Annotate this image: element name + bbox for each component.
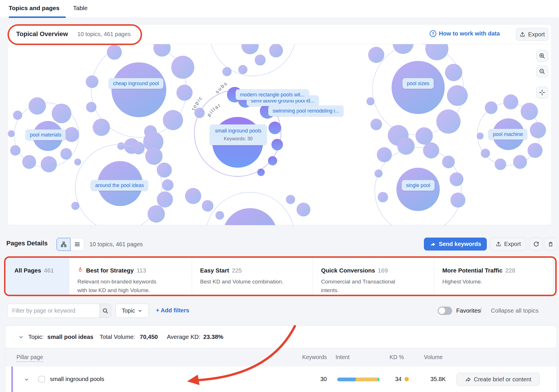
topic-filter-dropdown[interactable]: Topic (115, 304, 149, 318)
row-keywords-value: 30 (298, 376, 327, 382)
tab-more-potential-traffic[interactable]: More Potential Traffic228 Highest Volume… (434, 258, 553, 295)
intent-segment-informational (337, 378, 356, 381)
cluster-cheap-inground-pool[interactable] (86, 44, 205, 154)
favorites-toggle[interactable] (438, 307, 452, 315)
send-arrow-icon (465, 376, 471, 382)
zoom-in-icon (539, 53, 545, 59)
bubble-label-cheap-inground-pool[interactable]: cheap inground pool (109, 78, 163, 89)
search-button[interactable] (99, 304, 111, 318)
bubble-map-svg: subs topic pillar (8, 44, 551, 225)
pillar-bubble-keywords: Keywords: 30 (215, 135, 262, 143)
send-keywords-button[interactable]: Send keywords (424, 238, 487, 251)
tab-bfs-label: Best for Strategy (86, 267, 134, 274)
create-brief-button[interactable]: Create brief or content (456, 373, 540, 386)
row-chevron-down-icon[interactable] (24, 377, 29, 382)
toggle-knob (439, 307, 445, 314)
favorites-label: Favorites (456, 307, 480, 314)
tab-bfs-desc1: Relevant non-branded keywords (77, 279, 156, 285)
row-page-name[interactable]: small inground pools (50, 376, 104, 382)
pages-details-summary: 10 topics, 461 pages (90, 241, 143, 248)
filter-search-box (7, 304, 111, 318)
ring-label-subs: subs (214, 80, 229, 94)
export-button-top[interactable]: Export (516, 28, 548, 41)
refresh-button[interactable] (530, 238, 543, 251)
pillar-bubble-title: small inground pools (215, 127, 262, 135)
zoom-out-button[interactable] (536, 66, 548, 77)
intent-segment-transactional (378, 378, 379, 381)
crosshair-icon (539, 89, 545, 96)
tab-best-for-strategy[interactable]: Best for Strategy113 Relevant non-brande… (69, 258, 192, 295)
center-map-button[interactable] (536, 87, 548, 98)
cluster-bottom-partial[interactable] (185, 188, 310, 225)
bubble-label-single-pool[interactable]: single pool (402, 180, 435, 191)
tab-es-count: 225 (232, 267, 242, 274)
filter-search-input[interactable] (8, 304, 99, 318)
send-arrow-icon (430, 241, 436, 247)
bubble-view-toggle[interactable] (57, 238, 70, 251)
how-to-work-with-data-link[interactable]: ? How to work with data (430, 30, 500, 37)
topic-group-header: Topic: small pool ideas Total Volume: 70… (5, 326, 556, 348)
table-row: small inground pools 30 34 35.8K Create … (5, 366, 556, 392)
tab-quick-conversions[interactable]: Quick Conversions169 Commercial and Tran… (313, 258, 434, 295)
export-label: Export (504, 241, 521, 247)
tab-bfs-desc2: with low KD and high Volume. (77, 287, 150, 293)
question-icon: ? (430, 30, 436, 37)
create-brief-label: Create brief or content (474, 376, 531, 383)
bubble-label-pool-machine[interactable]: pool machine (489, 129, 527, 140)
topical-overview-header: Topical Overview 10 topics, 461 pages ? … (8, 25, 551, 44)
kd-level-dot (405, 377, 409, 381)
zoom-in-button[interactable] (536, 50, 548, 62)
average-kd-label: Average KD: (167, 333, 200, 340)
cluster-top-partial[interactable] (210, 44, 296, 76)
tab-all-pages-count: 461 (44, 267, 54, 274)
collapse-all-topics-link[interactable]: Collapse all topics (491, 307, 538, 314)
fire-icon (77, 267, 83, 274)
tab-qc-label: Quick Conversions (321, 267, 375, 274)
list-view-toggle[interactable] (70, 238, 84, 251)
search-icon (102, 308, 109, 314)
info-icon[interactable]: i (480, 307, 482, 314)
export-label: Export (528, 31, 545, 38)
topic-name: small pool ideas (47, 333, 94, 340)
upload-icon (519, 31, 526, 38)
tab-easy-start[interactable]: Easy Start225 Best KD and Volume combina… (192, 258, 313, 295)
hierarchy-icon (60, 241, 67, 248)
topic-filter-label: Topic (122, 307, 135, 314)
column-header-pillar-page[interactable]: Pillar page (16, 354, 43, 362)
tab-mpt-desc1: Highest Volume. (442, 279, 482, 285)
tab-qc-count: 169 (378, 267, 388, 274)
tab-all-pages[interactable]: All Pages461 (6, 258, 69, 295)
subpage-tooltip-swimming-remodeling: swimming pool remodeling i... (268, 106, 344, 116)
table-header-row: Pillar page Keywords Intent KD % Volume (5, 348, 556, 366)
delete-button[interactable] (544, 238, 557, 251)
cluster-pool-sizes[interactable] (366, 44, 468, 146)
tab-mpt-label: More Potential Traffic (442, 267, 502, 274)
row-checkbox[interactable] (38, 376, 45, 382)
chevron-down-icon (138, 309, 142, 313)
tab-table[interactable]: Table (73, 5, 87, 12)
bubble-label-pool-sizes[interactable]: pool sizes (403, 78, 434, 89)
row-kd-value: 34 (388, 376, 402, 382)
export-button-pages[interactable]: Export (490, 238, 526, 251)
total-volume-value: 70,450 (140, 333, 158, 340)
topical-overview-card: Topical Overview 10 topics, 461 pages ? … (7, 24, 552, 225)
topical-overview-title: Topical Overview (16, 30, 68, 38)
row-volume-value: 35.8K (418, 376, 446, 382)
upload-icon (495, 241, 502, 247)
top-tab-bar: Topics and pages Table (0, 0, 559, 18)
trash-icon (547, 241, 554, 247)
topic-group-panel: Topic: small pool ideas Total Volume: 70… (5, 326, 557, 392)
add-filters-link[interactable]: + Add filters (156, 307, 189, 314)
refresh-icon (533, 241, 539, 247)
pillar-bubble-label[interactable]: small inground pools Keywords: 30 (210, 124, 267, 145)
chevron-down-icon[interactable] (18, 335, 24, 340)
list-icon (74, 241, 81, 248)
row-accent-bar (11, 366, 13, 392)
total-volume-label: Total Volume: (100, 333, 135, 340)
subpage-tooltip-modern-rectangle: modern rectangle pools wit... (236, 89, 309, 100)
tab-topics-and-pages[interactable]: Topics and pages (9, 5, 59, 12)
intent-segment-commercial (356, 378, 378, 381)
topic-label: Topic: (28, 333, 44, 340)
bubble-label-pool-materials[interactable]: pool materials (26, 130, 66, 140)
bubble-label-around-the-pool-ideas[interactable]: around the pool ideas (91, 180, 148, 191)
